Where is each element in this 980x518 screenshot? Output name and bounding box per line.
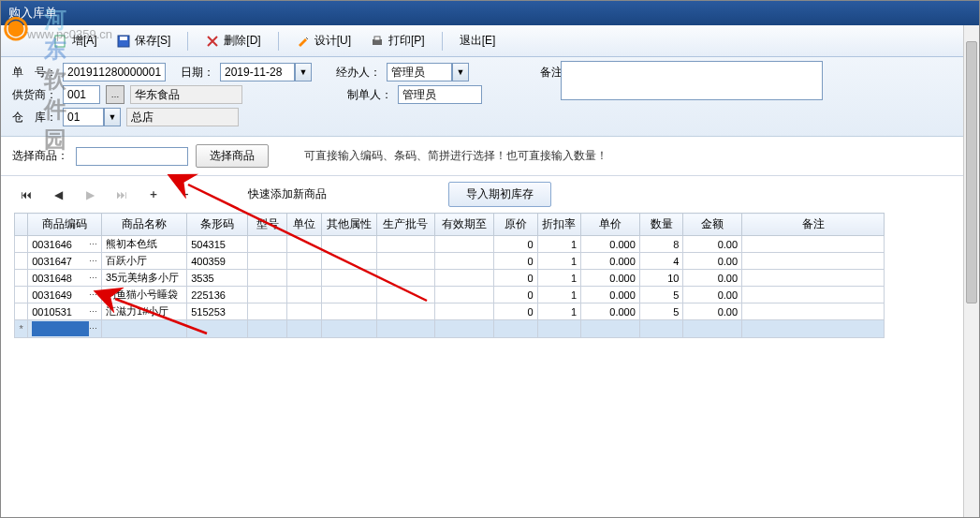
cell-batch[interactable]	[376, 270, 435, 287]
cell-amt[interactable]: 0.00	[683, 303, 742, 320]
cell-attr[interactable]	[321, 287, 376, 303]
lookup-dots-icon[interactable]: ⋯	[89, 257, 97, 266]
design-button[interactable]: 设计[U]	[288, 29, 358, 52]
cell-unit[interactable]	[287, 236, 321, 253]
handler-input[interactable]	[387, 63, 452, 81]
col-batch[interactable]: 生产批号	[376, 214, 435, 236]
cell-batch[interactable]	[376, 236, 435, 253]
cell-remark[interactable]	[742, 236, 885, 253]
delete-button[interactable]: 删除[D]	[197, 29, 268, 52]
table-row[interactable]: 0031648⋯ 35元美纳多小厅 3535 0 1 0.000 10 0.00	[15, 270, 885, 287]
supplier-lookup-button[interactable]: …	[106, 85, 124, 104]
cell-qty[interactable]: 5	[639, 287, 683, 303]
cell-orig[interactable]: 0	[494, 236, 538, 253]
cell-amt[interactable]: 0.00	[683, 270, 742, 287]
cell-name[interactable]: 汇滋力1#小厅	[102, 303, 187, 320]
cell-batch[interactable]	[376, 253, 435, 270]
col-remark[interactable]: 备注	[742, 214, 885, 236]
cell-name[interactable]: 百跃小厅	[102, 253, 187, 270]
maker-input[interactable]	[398, 85, 482, 104]
exit-button[interactable]: 退出[E]	[452, 29, 504, 52]
cell-attr[interactable]	[321, 253, 376, 270]
cell-amt[interactable]: 0.00	[683, 236, 742, 253]
cell-code[interactable]: 0031648⋯	[28, 270, 102, 287]
products-grid[interactable]: 商品编码 商品名称 条形码 型号 单位 其他属性 生产批号 有效期至 原价 折扣…	[14, 213, 885, 338]
col-code[interactable]: 商品编码	[28, 214, 102, 236]
cell-expire[interactable]	[435, 287, 494, 303]
cell-model[interactable]	[247, 303, 287, 320]
cell-disc[interactable]: 1	[537, 270, 581, 287]
warehouse-dropdown-button[interactable]: ▼	[104, 108, 121, 126]
scrollbar-thumb[interactable]	[966, 41, 977, 303]
col-model[interactable]: 型号	[247, 214, 287, 236]
supplier-code-input[interactable]	[63, 85, 100, 104]
cell-disc[interactable]: 1	[537, 303, 581, 320]
nav-prev-icon[interactable]: ◀	[51, 188, 65, 201]
cell-name[interactable]: 熊初本色纸	[102, 236, 187, 253]
cell-qty[interactable]: 10	[639, 270, 683, 287]
cell-model[interactable]	[247, 287, 287, 303]
nav-remove-icon[interactable]: －	[179, 188, 192, 201]
print-button[interactable]: 打印[P]	[362, 29, 432, 52]
lookup-dots-icon[interactable]: ⋯	[89, 290, 97, 300]
new-row[interactable]: * ⋯	[15, 320, 885, 338]
cell-orig[interactable]: 0	[494, 253, 538, 270]
cell-barcode[interactable]: 3535	[187, 270, 248, 287]
lookup-dots-icon[interactable]: ⋯	[89, 274, 97, 283]
cell-code[interactable]: 0031649⋯	[28, 287, 102, 303]
cell-price[interactable]: 0.000	[581, 287, 640, 303]
nav-next-icon[interactable]: ▶	[83, 188, 96, 201]
cell-batch[interactable]	[376, 303, 435, 320]
bill-no-input[interactable]	[63, 63, 166, 81]
cell-unit[interactable]	[287, 270, 321, 287]
import-initial-stock-button[interactable]: 导入期初库存	[448, 182, 551, 207]
table-row[interactable]: 0031649⋯ 钓鱼猫小号睡袋 225136 0 1 0.000 5 0.00	[15, 287, 885, 303]
cell-barcode[interactable]: 504315	[187, 236, 248, 253]
nav-first-icon[interactable]: ⏮	[20, 188, 33, 201]
cell-remark[interactable]	[742, 270, 885, 287]
cell-barcode[interactable]: 225136	[187, 287, 248, 303]
col-qty[interactable]: 数量	[639, 214, 683, 236]
cell-qty[interactable]: 4	[639, 253, 683, 270]
table-row[interactable]: 0010531⋯ 汇滋力1#小厅 515253 0 1 0.000 5 0.00	[15, 303, 885, 320]
cell-disc[interactable]: 1	[537, 287, 581, 303]
cell-qty[interactable]: 5	[639, 303, 683, 320]
cell-disc[interactable]: 1	[537, 236, 581, 253]
cell-remark[interactable]	[742, 287, 885, 303]
nav-add-icon[interactable]: ＋	[147, 188, 160, 201]
table-row[interactable]: 0031647⋯ 百跃小厅 400359 0 1 0.000 4 0.00	[15, 253, 885, 270]
col-barcode[interactable]: 条形码	[187, 214, 248, 236]
cell-attr[interactable]	[321, 303, 376, 320]
col-price[interactable]: 单价	[581, 214, 640, 236]
cell-model[interactable]	[247, 270, 287, 287]
cell-name[interactable]: 35元美纳多小厅	[102, 270, 187, 287]
cell-remark[interactable]	[742, 303, 885, 320]
col-unit[interactable]: 单位	[287, 214, 321, 236]
cell-amt[interactable]: 0.00	[683, 287, 742, 303]
cell-amt[interactable]: 0.00	[683, 253, 742, 270]
table-row[interactable]: 0031646⋯ 熊初本色纸 504315 0 1 0.000 8 0.00	[15, 236, 885, 253]
col-expire[interactable]: 有效期至	[435, 214, 494, 236]
warehouse-code-input[interactable]	[63, 108, 104, 126]
product-search-input[interactable]	[76, 147, 188, 166]
cell-orig[interactable]: 0	[494, 270, 538, 287]
vertical-scrollbar[interactable]	[963, 25, 979, 517]
save-button[interactable]: 保存[S]	[109, 29, 179, 52]
cell-code[interactable]: 0031647⋯	[28, 253, 102, 270]
cell-orig[interactable]: 0	[494, 303, 538, 320]
cell-expire[interactable]	[435, 270, 494, 287]
cell-code[interactable]: 0010531⋯	[28, 303, 102, 320]
cell-price[interactable]: 0.000	[581, 270, 640, 287]
col-orig[interactable]: 原价	[494, 214, 538, 236]
cell-unit[interactable]	[287, 303, 321, 320]
cell-unit[interactable]	[287, 253, 321, 270]
cell-expire[interactable]	[435, 253, 494, 270]
lookup-dots-icon[interactable]: ⋯	[89, 240, 97, 249]
cell-price[interactable]: 0.000	[581, 303, 640, 320]
cell-unit[interactable]	[287, 287, 321, 303]
quick-add-link[interactable]: 快速添加新商品	[248, 186, 327, 202]
cell-price[interactable]: 0.000	[581, 253, 640, 270]
cell-orig[interactable]: 0	[494, 287, 538, 303]
cell-expire[interactable]	[435, 236, 494, 253]
cell-model[interactable]	[247, 253, 287, 270]
